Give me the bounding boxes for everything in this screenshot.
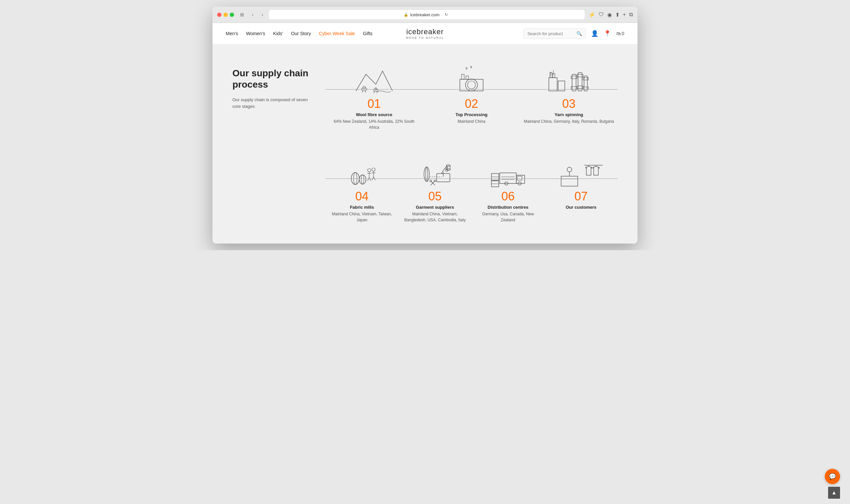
stage-04-number: 04 bbox=[355, 190, 368, 203]
stage-06-locations: Germany, Usa, Canada, New Zealand bbox=[475, 211, 541, 223]
stage-04: 04 Fabric mills Mainland China, Vietnam,… bbox=[325, 154, 398, 223]
stage-02-number: 02 bbox=[465, 97, 478, 111]
stage-02: 02 Top Processing Mainland China bbox=[423, 61, 520, 130]
stage-03: 03 Yarn spinning Mainland China, Germany… bbox=[520, 61, 618, 130]
stage-05-locations: Mainland China, Vietnam, Bangledesh, USA… bbox=[402, 211, 468, 223]
stage-03-locations: Mainland China, Germany, Italy, Romania,… bbox=[524, 119, 614, 124]
browser-actions: ⚡ 🛡 ◉ ⬆ + ⧉ bbox=[589, 12, 633, 18]
stage-05: 05 Garment suppliers Mainland China, Vie… bbox=[398, 154, 471, 223]
nav-right: 🔍 👤 📍 🛍 0 bbox=[524, 29, 624, 38]
intro-column: Our supply chain process Our supply chai… bbox=[232, 61, 325, 223]
nav-link-womens[interactable]: Women's bbox=[246, 31, 265, 36]
maximize-button[interactable] bbox=[230, 13, 234, 17]
reload-button[interactable]: ↻ bbox=[443, 12, 450, 18]
tab-overview-button[interactable]: ⧉ bbox=[629, 12, 633, 18]
svg-line-2 bbox=[362, 91, 363, 93]
nav-links-left: Men's Women's Kids' Our Story Cyber Week… bbox=[226, 31, 372, 36]
svg-point-28 bbox=[359, 175, 366, 184]
share-button[interactable]: ⬆ bbox=[615, 12, 620, 18]
svg-point-10 bbox=[468, 81, 475, 89]
page-description: Our supply chain is composed of seven co… bbox=[232, 96, 315, 109]
browser-window: ⊞ ‹ › 🔒 icebreaker.com ↻ ⚡ 🛡 ◉ ⬆ + ⧉ Men… bbox=[212, 7, 638, 244]
search-icon: 🔍 bbox=[576, 31, 582, 36]
svg-point-40 bbox=[424, 167, 429, 181]
svg-rect-18 bbox=[578, 73, 582, 91]
svg-line-6 bbox=[374, 91, 374, 93]
cart-count: 0 bbox=[622, 31, 624, 36]
stage-06: 06 Distribution centres Germany, Usa, Ca… bbox=[471, 154, 544, 223]
cart-icon: 🛍 bbox=[616, 31, 621, 36]
stage-03-number: 03 bbox=[562, 97, 575, 111]
extensions-button[interactable]: ⚡ bbox=[589, 12, 595, 18]
browser-toolbar: ⊞ ‹ › 🔒 icebreaker.com ↻ ⚡ 🛡 ◉ ⬆ + ⧉ bbox=[212, 7, 638, 23]
site-logo[interactable]: icebreaker Move to natural bbox=[406, 28, 444, 39]
stages-container: 01 Wool fibre source 64% New Zealand, 14… bbox=[325, 61, 618, 223]
url-text: icebreaker.com bbox=[410, 12, 439, 17]
main-content: Our supply chain process Our supply chai… bbox=[212, 44, 638, 244]
svg-point-30 bbox=[367, 168, 371, 172]
stage-01-locations: 64% New Zealand, 14% Australia, 22% Sout… bbox=[329, 119, 419, 130]
back-button[interactable]: ‹ bbox=[250, 11, 256, 18]
page-title: Our supply chain process bbox=[232, 68, 315, 90]
stage-06-number: 06 bbox=[501, 190, 515, 203]
stage-04-name: Fabric mills bbox=[350, 205, 374, 210]
stage-04-illustration bbox=[345, 154, 379, 187]
stage-07-name: Our customers bbox=[566, 205, 596, 210]
traffic-lights bbox=[217, 13, 234, 17]
forward-button[interactable]: › bbox=[260, 11, 265, 18]
timeline-line-bottom bbox=[325, 179, 618, 179]
profile-button[interactable]: ◉ bbox=[607, 12, 612, 18]
svg-point-41 bbox=[426, 167, 428, 181]
account-button[interactable]: 👤 bbox=[591, 30, 598, 37]
stage-05-illustration bbox=[417, 154, 453, 187]
main-nav: Men's Women's Kids' Our Story Cyber Week… bbox=[212, 23, 638, 44]
nav-link-mens[interactable]: Men's bbox=[226, 31, 238, 36]
stages-top: 01 Wool fibre source 64% New Zealand, 14… bbox=[325, 61, 618, 130]
new-tab-button[interactable]: + bbox=[623, 12, 626, 18]
site: Men's Women's Kids' Our Story Cyber Week… bbox=[212, 23, 638, 244]
close-button[interactable] bbox=[217, 13, 222, 17]
logo-tagline: Move to natural bbox=[406, 36, 444, 39]
svg-rect-64 bbox=[561, 176, 578, 186]
stage-03-name: Yarn spinning bbox=[555, 112, 583, 117]
nav-link-our-story[interactable]: Our Story bbox=[291, 31, 311, 36]
svg-rect-21 bbox=[584, 76, 587, 91]
stage-07: 07 Our customers bbox=[544, 154, 618, 223]
stage-01-name: Wool fibre source bbox=[356, 112, 393, 117]
svg-rect-13 bbox=[549, 78, 557, 91]
svg-point-29 bbox=[361, 175, 364, 184]
svg-point-35 bbox=[372, 168, 375, 171]
stage-02-locations: Mainland China bbox=[457, 119, 485, 124]
svg-rect-25 bbox=[553, 74, 555, 78]
lock-icon: 🔒 bbox=[404, 13, 409, 17]
nav-link-cyber-week-sale[interactable]: Cyber Week Sale bbox=[319, 31, 355, 36]
sidebar-toggle-button[interactable]: ⊞ bbox=[238, 11, 246, 18]
logo-text: icebreaker bbox=[406, 28, 444, 36]
svg-rect-57 bbox=[500, 173, 516, 183]
address-bar[interactable]: 🔒 icebreaker.com ↻ bbox=[269, 10, 584, 19]
stage-05-name: Garment suppliers bbox=[416, 205, 454, 210]
shield-button[interactable]: 🛡 bbox=[599, 12, 604, 18]
svg-line-34 bbox=[369, 178, 371, 181]
search-box[interactable]: 🔍 bbox=[524, 29, 586, 38]
cart-button[interactable]: 🛍 0 bbox=[616, 31, 624, 36]
nav-link-kids[interactable]: Kids' bbox=[273, 31, 283, 36]
timeline-line-top bbox=[325, 89, 618, 90]
svg-rect-15 bbox=[572, 74, 576, 91]
stage-01-number: 01 bbox=[367, 97, 381, 111]
svg-line-33 bbox=[367, 178, 369, 181]
minimize-button[interactable] bbox=[223, 13, 228, 17]
nav-link-gifts[interactable]: Gifts bbox=[363, 31, 372, 36]
svg-point-66 bbox=[567, 167, 572, 172]
stage-07-illustration bbox=[559, 154, 603, 187]
spacer bbox=[325, 130, 618, 147]
store-locator-button[interactable]: 📍 bbox=[604, 30, 611, 37]
svg-rect-11 bbox=[462, 74, 464, 79]
search-input[interactable] bbox=[527, 31, 574, 36]
stage-04-locations: Mainland China, Vietnam, Taiwan, Japan bbox=[329, 211, 395, 223]
svg-rect-59 bbox=[517, 176, 522, 180]
stage-01: 01 Wool fibre source 64% New Zealand, 14… bbox=[325, 61, 423, 130]
stages-bottom: 04 Fabric mills Mainland China, Vietnam,… bbox=[325, 154, 618, 223]
stage-07-number: 07 bbox=[574, 190, 588, 203]
stage-06-name: Distribution centres bbox=[488, 205, 528, 210]
